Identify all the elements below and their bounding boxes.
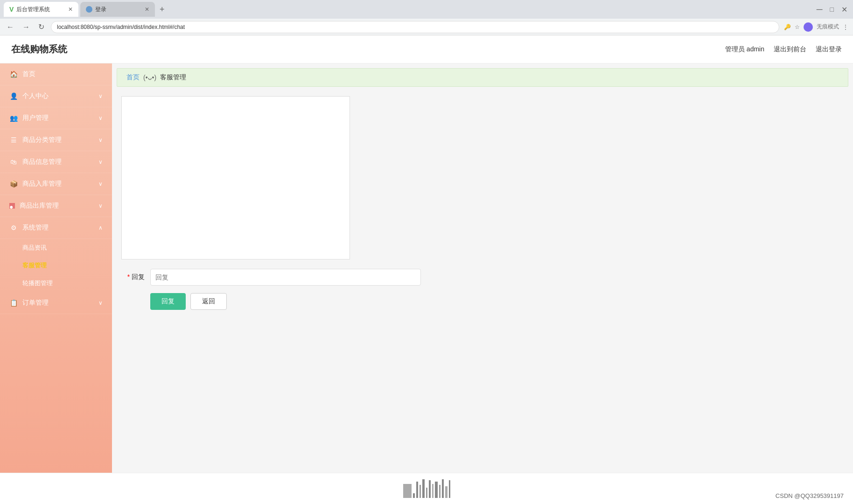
sidebar-customer-service-label: 客服管理 <box>22 261 47 270</box>
reply-label-text: 回复 <box>132 273 145 280</box>
exit-front-button[interactable]: 退出到前台 <box>774 45 806 54</box>
sidebar-item-product-in[interactable]: 📦 商品入库管理 ∨ <box>0 173 112 195</box>
tab-login[interactable]: 登录 ✕ <box>80 2 155 17</box>
breadcrumb-home[interactable]: 首页 <box>126 73 140 82</box>
product-info-icon: 🛍 <box>9 158 18 166</box>
chevron-down-icon2: ∨ <box>98 115 103 121</box>
key-icon: 🔑 <box>784 24 791 30</box>
order-icon: 📋 <box>9 299 18 307</box>
bar4 <box>420 485 421 498</box>
reply-form: * 回复 回复 返回 <box>121 269 844 310</box>
v-logo-icon: V <box>9 6 14 13</box>
bar3 <box>416 482 418 498</box>
url-bar[interactable]: localhost:8080/sp-ssmv/admin/dist/index.… <box>51 21 779 33</box>
tab-bar: V 后台管理系统 ✕ 登录 ✕ + <box>4 2 811 17</box>
bar2 <box>413 493 415 498</box>
sidebar-product-out-label: 商品出库管理 <box>20 202 59 210</box>
app-title: 在线购物系统 <box>11 43 67 56</box>
minimize-button[interactable]: ─ <box>815 4 825 15</box>
sidebar-personal-label: 个人中心 <box>22 92 49 100</box>
bar5 <box>422 479 425 498</box>
reply-input[interactable] <box>150 269 421 286</box>
watermark: CSDN @QQ3295391197 <box>776 492 844 499</box>
product-out-icon: ● <box>9 203 15 209</box>
back-button-form[interactable]: 返回 <box>190 293 227 310</box>
sidebar-product-in-label: 商品入库管理 <box>22 180 62 188</box>
admin-label: 管理员 admin <box>725 45 764 54</box>
bar9 <box>435 482 438 498</box>
product-in-icon: 📦 <box>9 180 18 188</box>
bar13 <box>449 480 450 498</box>
sidebar-item-product-info[interactable]: 🛍 商品信息管理 ∨ <box>0 151 112 173</box>
menu-icon[interactable]: ⋮ <box>843 24 848 30</box>
tab2-label: 登录 <box>95 6 106 14</box>
bar10 <box>439 485 440 498</box>
main-content: 首页 (•ᴗ•) 客服管理 * 回复 回复 返回 <box>112 63 853 504</box>
sidebar: 🏠 首页 👤 个人中心 ∨ 👥 用户管理 ∨ ☰ 商品分类管理 ∨ 🛍 商品信息… <box>0 63 112 504</box>
main-layout: 🏠 首页 👤 个人中心 ∨ 👥 用户管理 ∨ ☰ 商品分类管理 ∨ 🛍 商品信息… <box>0 63 853 504</box>
sidebar-category-label: 商品分类管理 <box>22 136 62 144</box>
maximize-button[interactable]: □ <box>828 4 836 15</box>
chevron-down-icon4: ∨ <box>98 159 103 165</box>
chevron-down-icon6: ∨ <box>98 203 103 209</box>
tab1-label: 后台管理系统 <box>16 6 50 14</box>
sidebar-item-personal[interactable]: 👤 个人中心 ∨ <box>0 85 112 107</box>
incognito-label: 无痕模式 <box>817 23 839 31</box>
user-mgmt-icon: 👥 <box>9 114 18 122</box>
bar1 <box>403 484 412 498</box>
bar7 <box>429 480 431 498</box>
back-button[interactable]: ← <box>5 22 16 32</box>
reply-button[interactable]: 回复 <box>150 293 186 310</box>
star-icon[interactable]: ☆ <box>795 24 800 30</box>
bar12 <box>445 486 447 498</box>
browser-chrome: V 后台管理系统 ✕ 登录 ✕ + ─ □ ✕ <box>0 0 853 19</box>
app-header: 在线购物系统 管理员 admin 退出到前台 退出登录 <box>0 35 853 63</box>
logout-button[interactable]: 退出登录 <box>816 45 842 54</box>
tab1-close-icon[interactable]: ✕ <box>68 6 73 13</box>
required-star: * <box>127 273 130 280</box>
breadcrumb-current: 客服管理 <box>160 73 186 82</box>
address-bar: ← → ↻ localhost:8080/sp-ssmv/admin/dist/… <box>0 19 853 35</box>
sidebar-item-user-mgmt[interactable]: 👥 用户管理 ∨ <box>0 107 112 129</box>
personal-icon: 👤 <box>9 92 18 100</box>
reply-label: * 回复 <box>121 273 145 281</box>
sidebar-sub-carousel[interactable]: 轮播图管理 <box>0 274 112 292</box>
bar11 <box>442 479 444 498</box>
tab2-favicon <box>86 6 92 13</box>
sidebar-product-news-label: 商品资讯 <box>22 244 47 252</box>
breadcrumb: 首页 (•ᴗ•) 客服管理 <box>117 68 848 87</box>
forward-button[interactable]: → <box>21 22 32 32</box>
reload-button[interactable]: ↻ <box>36 21 46 32</box>
sidebar-item-home[interactable]: 🏠 首页 <box>0 63 112 85</box>
sidebar-system-label: 系统管理 <box>22 224 49 232</box>
chevron-up-icon: ∧ <box>98 224 103 231</box>
button-row: 回复 返回 <box>150 293 844 310</box>
sidebar-item-system[interactable]: ⚙ 系统管理 ∧ <box>0 217 112 239</box>
bar8 <box>432 484 433 498</box>
reply-row: * 回复 <box>121 269 844 286</box>
sidebar-sub-customer-service[interactable]: 客服管理 <box>0 257 112 274</box>
home-icon: 🏠 <box>9 70 18 78</box>
window-controls: ─ □ ✕ <box>815 4 849 15</box>
chevron-down-icon7: ∨ <box>98 300 103 306</box>
sidebar-sub-product-news[interactable]: 商品资讯 <box>0 239 112 257</box>
address-actions: 🔑 ☆ 无痕模式 ⋮ <box>784 22 848 32</box>
tab2-close-icon[interactable]: ✕ <box>145 6 149 13</box>
barcode-visual <box>403 479 450 498</box>
breadcrumb-separator: (•ᴗ•) <box>143 74 156 81</box>
sidebar-item-order[interactable]: 📋 订单管理 ∨ <box>0 292 112 314</box>
header-actions: 管理员 admin 退出到前台 退出登录 <box>725 45 842 54</box>
chevron-down-icon3: ∨ <box>98 137 103 143</box>
content-body: * 回复 回复 返回 <box>112 91 853 315</box>
system-icon: ⚙ <box>9 224 18 232</box>
close-window-button[interactable]: ✕ <box>839 4 849 15</box>
chat-display-box[interactable] <box>121 96 350 259</box>
sidebar-item-product-out[interactable]: ● 商品出库管理 ∨ <box>0 195 112 217</box>
sidebar-item-category[interactable]: ☰ 商品分类管理 ∨ <box>0 129 112 151</box>
new-tab-button[interactable]: + <box>157 5 168 14</box>
category-icon: ☰ <box>9 136 18 144</box>
chevron-down-icon5: ∨ <box>98 181 103 187</box>
sidebar-order-label: 订单管理 <box>22 299 49 307</box>
tab-backend[interactable]: V 后台管理系统 ✕ <box>4 2 78 17</box>
sidebar-user-label: 用户管理 <box>22 114 49 122</box>
